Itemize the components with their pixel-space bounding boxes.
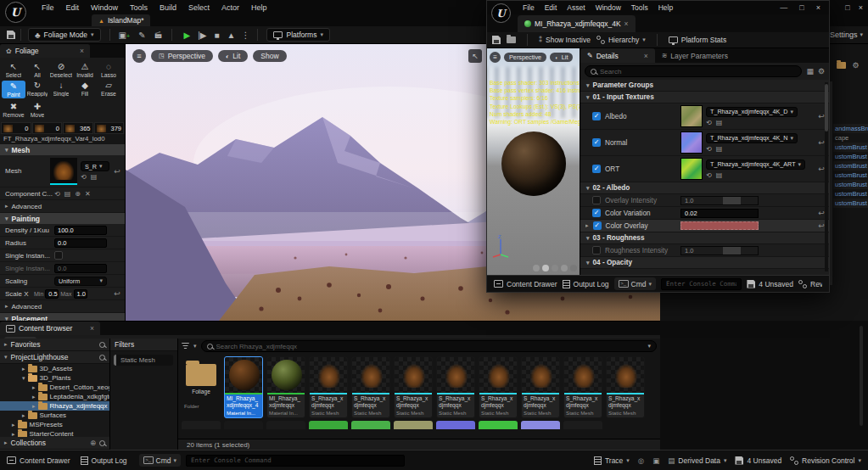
platform-stats-button[interactable]: Platform Stats — [669, 36, 726, 44]
mesh-asset-dropdown[interactable]: S_R▾ — [81, 161, 109, 171]
group-roughness[interactable]: ▾03 - Roughness — [580, 232, 829, 244]
window-minimize-icon[interactable]: — — [780, 3, 787, 12]
search-icon[interactable] — [99, 355, 105, 361]
browse-to-icon[interactable]: ▤ — [91, 173, 98, 181]
roughness-intensity-checkbox[interactable]: ✓ — [592, 246, 601, 255]
radius-input[interactable]: 0.0 — [54, 238, 107, 248]
asset-tile-partial[interactable] — [436, 421, 475, 429]
asset-tile-partial[interactable] — [521, 421, 560, 429]
density-input[interactable]: 100.0 — [54, 226, 107, 235]
close-icon[interactable]: × — [80, 47, 84, 55]
viewport-lit-button[interactable]: ◐ Lit — [218, 50, 248, 62]
asset-tile-mesh[interactable]: S_Rhazya_xdjmfeqqx Static Mesh — [606, 356, 645, 418]
color-overlay-checkbox[interactable]: ✓ — [593, 221, 602, 230]
stop-icon[interactable]: ■ — [215, 31, 220, 40]
tree-item-leptadenia[interactable]: ▸Leptadenia_xdkgfgtqx — [0, 392, 109, 401]
asset-folder-foliage[interactable]: Foliage Folder — [182, 356, 221, 411]
content-drawer-button[interactable]: Content Drawer — [7, 456, 70, 465]
asset-tile-material[interactable]: MI_Rhazya_xdjmfeqqx Material In... — [266, 356, 305, 418]
foliage-type[interactable]: 365 — [63, 122, 93, 134]
normal-texture-dropdown[interactable]: T_Rhazya_xdjmfeqqx_4K_N▾ — [706, 133, 798, 143]
scale-min-input[interactable]: 0.5 — [45, 289, 59, 299]
group-input-textures[interactable]: ▾01 - Input Textures — [580, 92, 829, 104]
add-collection-icon[interactable]: ⊕ — [90, 439, 96, 447]
single-instance-count-input[interactable]: 0.0 — [54, 264, 107, 273]
asset-tile-partial[interactable] — [563, 421, 602, 429]
viewport-cursor-tool-icon[interactable]: ↖ — [468, 49, 482, 63]
asset-tile-partial[interactable] — [182, 421, 221, 429]
tree-item-3d-assets[interactable]: ▸3D_Assets — [0, 364, 109, 373]
preview-lit-button[interactable]: ◐Lit — [550, 53, 573, 62]
shape-cylinder-icon[interactable] — [533, 265, 540, 271]
add-folder-icon[interactable] — [837, 62, 846, 69]
mi-menu-help[interactable]: Help — [653, 3, 678, 12]
menu-help[interactable]: Help — [245, 0, 273, 14]
mi-menu-asset[interactable]: Asset — [562, 3, 590, 12]
filter-icon[interactable] — [182, 343, 189, 350]
tree-item-desert-cotton[interactable]: ▸Desert_Cotton_xeogciyq — [0, 383, 109, 392]
project-root[interactable]: ▾ProjectLighthouse — [0, 351, 109, 364]
browse-icon[interactable] — [507, 36, 516, 43]
mode-selector[interactable]: ♣ Foliage Mode▾ — [28, 28, 101, 42]
material-preview-viewport[interactable]: ≡ Perspective ◐Lit Base pass shader: 303… — [487, 48, 580, 275]
albedo-checkbox[interactable]: ✓ — [592, 112, 601, 120]
asset-tile-mesh[interactable]: S_Rhazya_xdjmfeqqx Static Mesh — [309, 356, 348, 418]
tool-erase[interactable]: ▱Erase — [97, 81, 120, 98]
eject-icon[interactable]: ▲ — [227, 31, 236, 40]
toolbar-settings-button[interactable]: Settings▾ — [830, 31, 868, 39]
asset-tile-partial[interactable] — [394, 421, 433, 429]
reset-icon[interactable]: ↩ — [109, 167, 125, 176]
scrollbar[interactable] — [860, 326, 863, 426]
scaling-dropdown[interactable]: Uniform▾ — [54, 277, 107, 286]
favorites-header[interactable]: ▸Favorites — [0, 339, 109, 351]
details-search-input[interactable] — [600, 68, 796, 76]
tool-fill[interactable]: ◆Fill — [73, 81, 97, 98]
expander-icon[interactable]: ▸ — [585, 222, 589, 229]
painting-section-header[interactable]: ▾Painting — [0, 213, 125, 224]
unsaved-button[interactable]: 4 Unsaved — [747, 280, 793, 288]
color-variation-input[interactable]: 0.02 — [680, 209, 759, 218]
outliner-item[interactable]: ustomBrust — [833, 189, 868, 199]
details-scrollbar[interactable] — [825, 82, 828, 271]
normal-texture-thumbnail[interactable] — [680, 131, 703, 154]
asset-tile-partial[interactable] — [479, 421, 518, 429]
asset-tile-mesh[interactable]: S_Rhazya_xdjmfeqqx Static Mesh — [436, 356, 475, 418]
parameter-groups-header[interactable]: ▾Parameter Groups — [580, 80, 829, 92]
color-variation-checkbox[interactable]: ✓ — [592, 209, 601, 217]
content-browser-tab[interactable]: Content Browser × — [0, 322, 100, 335]
tool-lasso[interactable]: ◌Lasso — [97, 62, 120, 78]
tool-select[interactable]: ↖Select — [2, 62, 25, 78]
tree-item-surfaces[interactable]: ▸Surfaces — [0, 411, 109, 420]
asset-tile-mesh[interactable]: S_Rhazya_xdjmfeqqx Static Mesh — [351, 356, 390, 418]
ort-texture-dropdown[interactable]: T_Rhazya_xdjmfeqqx_4K_ART▾ — [706, 159, 805, 170]
browse-to-icon[interactable]: ▤ — [716, 145, 723, 153]
derived-data-button[interactable]: ▤Derived Data▾ — [668, 456, 726, 465]
mi-asset-tab[interactable]: MI_Rhazya_xdjmfeqqx_4K × — [518, 15, 636, 32]
ort-texture-thumbnail[interactable] — [680, 158, 703, 180]
add-icon[interactable]: ⊕ — [75, 190, 81, 198]
tab-layer-parameters[interactable]: ≋ Layer Parameters — [655, 48, 735, 63]
hierarchy-button[interactable]: Hierarchy▾ — [596, 36, 646, 44]
window-maximize-icon[interactable]: □ — [799, 3, 804, 12]
screenshot-icon[interactable]: ◎ — [638, 456, 644, 465]
tab-details[interactable]: ✎ Details × — [580, 48, 655, 63]
use-selected-icon[interactable]: ⟲ — [706, 145, 712, 153]
mi-menu-window[interactable]: Window — [591, 3, 626, 12]
tool-remove[interactable]: ✖Remove — [2, 102, 25, 118]
add-actor-icon[interactable]: ▣+ — [119, 31, 131, 40]
asset-tile-mesh[interactable]: S_Rhazya_xdjmfeqqx Static Mesh — [521, 356, 560, 418]
shape-cube-icon[interactable] — [561, 265, 568, 271]
gear-icon[interactable]: ⚙ — [853, 61, 860, 70]
close-icon[interactable]: × — [644, 52, 648, 60]
cmd-selector[interactable]: >_Cmd▾ — [614, 277, 656, 290]
outliner-item[interactable]: ustomBrust — [833, 152, 868, 161]
play-icon[interactable]: ▶ — [184, 31, 191, 40]
scrollbar[interactable] — [830, 81, 832, 285]
outliner-item[interactable]: ustomBrust — [833, 161, 868, 171]
viewport-perspective-button[interactable]: ◳ Perspective — [151, 50, 213, 62]
reset-icon[interactable]: ↩ — [109, 289, 125, 298]
group-albedo[interactable]: ▾02 - Albedo — [580, 182, 829, 194]
asset-search[interactable]: ▾ — [201, 340, 657, 352]
shape-custom-icon[interactable] — [570, 265, 577, 271]
mi-menu-tools[interactable]: Tools — [626, 3, 653, 12]
